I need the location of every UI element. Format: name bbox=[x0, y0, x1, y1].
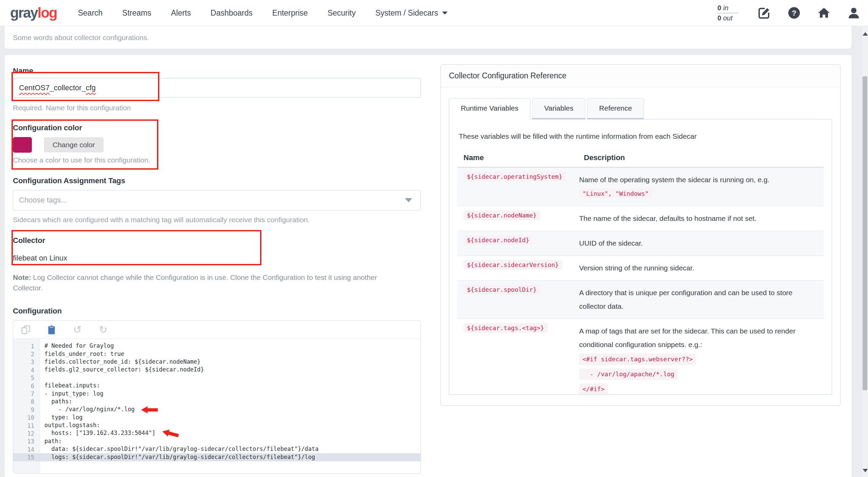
scrollbar-thumb[interactable] bbox=[863, 76, 867, 390]
table-row: ${sidecar.tags.<tag>} A map of tags that… bbox=[457, 319, 824, 395]
code-line-text: # Needed for Graylog bbox=[40, 342, 114, 350]
table-header-row: Name Description bbox=[457, 149, 824, 168]
nav-item[interactable]: Dashboards bbox=[211, 8, 253, 18]
variable-name-cell: ${sidecar.nodeName} bbox=[457, 206, 578, 231]
code-line: 2 fields_under_root: true bbox=[13, 350, 420, 358]
note-text: Log Collector cannot change while the Co… bbox=[13, 273, 377, 292]
line-number: 14 bbox=[13, 446, 40, 453]
name-value-part: cfg bbox=[86, 83, 96, 92]
code-line-text: path: bbox=[40, 438, 62, 445]
reference-tab[interactable]: Reference bbox=[587, 98, 644, 119]
variable-name-code: ${sidecar.operatingSystem} bbox=[463, 172, 566, 182]
variable-description-cell: A map of tags that are set for the sidec… bbox=[578, 319, 824, 395]
collector-value: filebeat on Linux bbox=[13, 254, 423, 263]
code-line: 5 bbox=[13, 374, 420, 382]
help-icon[interactable]: ? bbox=[787, 6, 801, 20]
user-icon[interactable] bbox=[847, 6, 861, 20]
home-icon[interactable] bbox=[817, 6, 831, 20]
graylog-logo[interactable]: graylog bbox=[10, 5, 57, 21]
edit-icon[interactable] bbox=[757, 6, 771, 20]
nav-item[interactable]: Alerts bbox=[171, 8, 191, 18]
throughput-in: 0 in bbox=[717, 4, 738, 12]
runtime-variables-tab-content: These variables will be filled with the … bbox=[449, 119, 832, 395]
nav-item[interactable]: Enterprise bbox=[272, 8, 308, 18]
logo-text-log: log bbox=[38, 5, 57, 21]
code-line: 11 output.logstash: bbox=[13, 422, 420, 430]
code-line: 1 # Needed for Graylog bbox=[13, 342, 420, 350]
line-number: 2 bbox=[13, 351, 40, 358]
line-number: 5 bbox=[13, 375, 40, 381]
variable-description-cell: UUID of the sidecar. bbox=[578, 231, 824, 255]
table-body: ${sidecar.operatingSystem} Name of the o… bbox=[457, 168, 824, 395]
table-row: ${sidecar.operatingSystem} Name of the o… bbox=[457, 168, 824, 206]
name-input[interactable]: CentOS7_collector_cfg bbox=[13, 78, 421, 98]
code-line-text: output.logstash: bbox=[40, 422, 100, 430]
reference-tab[interactable]: Variables bbox=[532, 98, 585, 119]
variable-name-code: ${sidecar.sidecarVersion} bbox=[463, 260, 562, 270]
annotation-arrow-icon bbox=[160, 429, 181, 438]
logo-text-gray: gray bbox=[10, 5, 38, 21]
redo-icon[interactable]: ↻ bbox=[98, 325, 108, 335]
line-number: 10 bbox=[13, 414, 40, 421]
variable-name-code: ${sidecar.tags.<tag>} bbox=[463, 323, 548, 333]
page-scrollbar[interactable] bbox=[862, 26, 868, 477]
line-number: 12 bbox=[13, 430, 40, 437]
nav-item[interactable]: Security bbox=[328, 8, 356, 18]
code-line-text: fields.collector_node_id: ${sidecar.node… bbox=[40, 358, 201, 366]
variable-name-cell: ${sidecar.sidecarVersion} bbox=[457, 256, 578, 280]
line-number: 8 bbox=[13, 398, 40, 405]
collector-configuration-reference-panel: Collector Configuration Reference Runtim… bbox=[440, 64, 841, 406]
chevron-down-icon bbox=[405, 198, 412, 202]
copy-icon[interactable] bbox=[21, 325, 31, 335]
collector-label: Collector bbox=[13, 236, 423, 246]
line-number: 1 bbox=[13, 343, 40, 350]
code-line-text: - input_type: log bbox=[40, 390, 103, 398]
tags-help-text: Sidecars which are configured with a mat… bbox=[13, 216, 423, 225]
collector-note: Note: Log Collector cannot change while … bbox=[13, 272, 381, 293]
runtime-variables-intro: These variables will be filled with the … bbox=[459, 132, 824, 140]
code-line: 12 hosts: ["139.162.43.233:5044"] bbox=[13, 430, 420, 437]
main-nav: Search Streams Alerts Dashboards Enterpr… bbox=[78, 8, 356, 18]
configuration-code-editor: ↺ ↻ 1 # Needed for Graylog 2 fields_unde… bbox=[13, 320, 421, 474]
graylog-sidecar-configuration-page: graylog Search Streams Alerts Dashboards… bbox=[0, 0, 868, 477]
code-line-text: filebeat.inputs: bbox=[40, 382, 100, 390]
variable-description-cell: The name of the sidecar, defaults to hos… bbox=[578, 206, 824, 231]
code-line: 15 logs: ${sidecar.spoolDir!"/var/lib/gr… bbox=[13, 453, 420, 461]
change-color-button[interactable]: Change color bbox=[44, 137, 103, 152]
column-header-name: Name bbox=[457, 149, 578, 167]
code-line-text: paths: bbox=[40, 398, 72, 406]
annotation-arrow-icon bbox=[139, 405, 160, 414]
code-line: 14 data: ${sidecar.spoolDir!"/var/lib/gr… bbox=[13, 445, 420, 453]
configuration-form: Name CentOS7_collector_cfg Required. Nam… bbox=[13, 63, 423, 474]
name-help-text: Required. Name for this configuration bbox=[13, 104, 423, 113]
color-picker-row: Change color bbox=[13, 137, 423, 153]
runtime-variables-table: Name Description ${sidecar.operatingSyst… bbox=[457, 149, 824, 395]
color-swatch[interactable] bbox=[13, 137, 32, 153]
scrollbar-down-arrow-icon[interactable] bbox=[863, 469, 868, 472]
top-navbar: graylog Search Streams Alerts Dashboards… bbox=[0, 0, 868, 26]
code-line-text: - /var/log/nginx/*.log bbox=[40, 406, 135, 414]
chevron-down-icon bbox=[442, 12, 448, 15]
variable-description-cell: Name of the operating system the sidecar… bbox=[578, 168, 824, 206]
reference-tab[interactable]: Runtime Variables bbox=[449, 98, 530, 119]
assignment-tags-label: Configuration Assignment Tags bbox=[13, 176, 423, 186]
code-line: 3 fields.collector_node_id: ${sidecar.no… bbox=[13, 358, 420, 366]
tags-select[interactable]: Choose tags... bbox=[13, 190, 421, 210]
nav-item-system-sidecars[interactable]: System / Sidecars bbox=[375, 8, 448, 18]
nav-item[interactable]: Search bbox=[78, 8, 103, 18]
undo-icon[interactable]: ↺ bbox=[72, 325, 82, 335]
line-number: 15 bbox=[13, 454, 40, 461]
throughput-indicator[interactable]: 0 in 0 out bbox=[717, 4, 738, 22]
code-line-text: data: ${sidecar.spoolDir!"/var/lib/grayl… bbox=[40, 445, 319, 453]
scrollbar-up-arrow-icon[interactable] bbox=[863, 32, 868, 36]
code-area[interactable]: 1 # Needed for Graylog 2 fields_under_ro… bbox=[13, 339, 420, 474]
nav-item[interactable]: Streams bbox=[122, 8, 152, 18]
code-line: 4 fields.gl2_source_collector: ${sidecar… bbox=[13, 366, 420, 374]
variable-name-cell: ${sidecar.tags.<tag>} bbox=[457, 319, 578, 395]
variable-description-cell: Version string of the running sidecar. bbox=[578, 256, 824, 280]
clipboard-icon[interactable] bbox=[46, 325, 57, 335]
configuration-label: Configuration bbox=[13, 307, 423, 316]
variable-name-code: ${sidecar.spoolDir} bbox=[463, 285, 540, 294]
intro-card: Some words about collector configuration… bbox=[4, 26, 852, 49]
line-number: 6 bbox=[13, 383, 40, 389]
